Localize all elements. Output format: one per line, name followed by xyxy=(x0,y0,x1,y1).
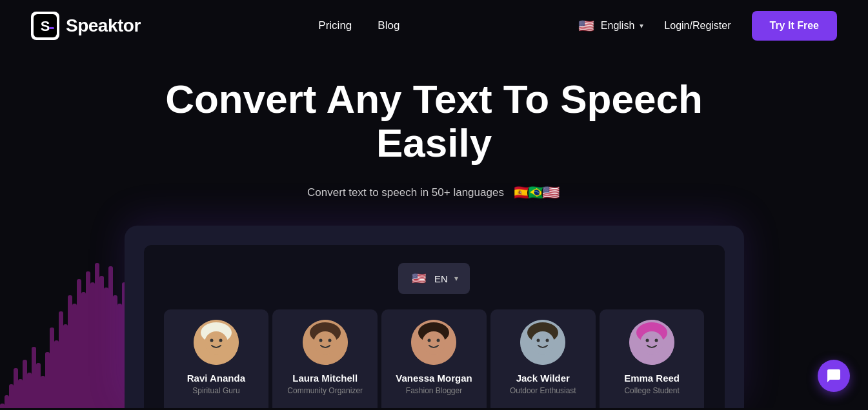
wave-bar xyxy=(45,352,50,409)
hero-section: Convert Any Text To Speech Easily Conver… xyxy=(0,52,868,408)
hero-subtitle: Convert text to speech in 50+ languages xyxy=(307,186,504,199)
app-demo-inner: 🇺🇸 EN ▾ Ravi AnandaSpiritual GuruLaura M… xyxy=(144,245,725,408)
wave-bar xyxy=(5,395,9,408)
navbar: S Speaktor Pricing Blog 🇺🇸 English ▾ Log… xyxy=(0,0,868,52)
wave-bar xyxy=(81,292,86,408)
wave-bar xyxy=(0,404,5,409)
lang-flag: 🇺🇸 xyxy=(578,17,596,35)
voice-avatar xyxy=(520,320,565,365)
app-lang-chevron-icon: ▾ xyxy=(454,274,458,283)
wave-bar xyxy=(72,304,77,409)
svg-point-22 xyxy=(546,339,549,342)
voice-name: Jack Wilder xyxy=(516,373,570,384)
voice-avatar xyxy=(411,320,456,365)
wave-bar xyxy=(90,282,95,408)
voice-name: Emma Reed xyxy=(624,373,680,384)
voice-card-ravi-ananda[interactable]: Ravi AnandaSpiritual Guru xyxy=(164,309,269,408)
voice-name: Ravi Ananda xyxy=(187,373,245,384)
svg-point-26 xyxy=(646,339,649,342)
wave-bar xyxy=(18,379,23,408)
wave-bar xyxy=(95,263,99,408)
svg-point-15 xyxy=(422,331,445,355)
wave-bar xyxy=(113,295,117,408)
blog-link[interactable]: Blog xyxy=(378,19,399,32)
svg-point-6 xyxy=(210,339,213,342)
wave-bar xyxy=(14,368,18,409)
voice-avatar xyxy=(629,320,674,365)
voice-name: Laura Mitchell xyxy=(292,373,358,384)
svg-point-7 xyxy=(219,339,222,342)
app-lang-code: EN xyxy=(434,273,448,284)
wave-bar xyxy=(77,279,81,408)
wave-bar xyxy=(27,373,32,408)
hero-title: Convert Any Text To Speech Easily xyxy=(144,77,725,165)
svg-point-25 xyxy=(640,331,663,355)
wave-bar xyxy=(54,340,59,408)
voice-cards: Ravi AnandaSpiritual GuruLaura MitchellC… xyxy=(162,309,707,408)
voice-role: Spiritual Guru xyxy=(192,386,239,395)
wave-bar xyxy=(63,324,68,408)
wave-bar xyxy=(59,311,63,408)
svg-point-17 xyxy=(437,339,440,342)
language-selector[interactable]: 🇺🇸 English ▾ xyxy=(578,17,643,35)
hero-subtitle-row: Convert text to speech in 50+ languages … xyxy=(307,183,561,202)
wave-bar xyxy=(32,347,36,408)
svg-point-16 xyxy=(428,339,431,342)
logo[interactable]: S Speaktor xyxy=(31,12,141,40)
chat-bubble-button[interactable] xyxy=(818,360,850,392)
lang-chevron-icon: ▾ xyxy=(640,21,643,30)
svg-point-11 xyxy=(319,339,322,342)
svg-point-27 xyxy=(655,339,658,342)
app-lang-dropdown[interactable]: 🇺🇸 EN ▾ xyxy=(398,263,470,294)
voice-role: Outdoor Enthusiast xyxy=(510,386,576,395)
logo-icon: S xyxy=(31,12,59,40)
wave-bar xyxy=(50,327,54,408)
nav-right: 🇺🇸 English ▾ Login/Register Try It Free xyxy=(578,11,837,41)
nav-links: Pricing Blog xyxy=(318,19,399,32)
wave-bar xyxy=(68,295,72,408)
try-it-free-button[interactable]: Try It Free xyxy=(752,11,837,41)
voice-name: Vanessa Morgan xyxy=(396,373,472,384)
svg-point-20 xyxy=(531,331,554,355)
voice-role: Fashion Blogger xyxy=(406,386,462,395)
wave-bar xyxy=(23,360,27,408)
svg-point-5 xyxy=(205,331,228,355)
wave-bar xyxy=(99,276,104,408)
voice-card-emma-reed[interactable]: Emma ReedCollege Student xyxy=(600,309,705,408)
wave-bar xyxy=(108,266,113,408)
svg-point-10 xyxy=(314,331,337,355)
voice-avatar xyxy=(303,320,348,365)
brand-s: S xyxy=(66,15,77,35)
wave-bar xyxy=(36,363,41,408)
wave-bar xyxy=(41,376,45,408)
flag-us: 🇺🇸 xyxy=(541,183,561,202)
voice-role: Community Organizer xyxy=(287,386,363,395)
svg-rect-2 xyxy=(49,27,54,29)
app-demo-wrapper: 🇺🇸 EN ▾ Ravi AnandaSpiritual GuruLaura M… xyxy=(125,226,744,408)
flag-group: 🇪🇸 🇧🇷 🇺🇸 xyxy=(513,183,561,202)
svg-point-21 xyxy=(537,339,540,342)
wave-bar xyxy=(104,288,108,409)
wave-bar xyxy=(117,304,122,409)
brand-name: Speaktor xyxy=(66,15,141,36)
voice-avatar xyxy=(194,320,239,365)
svg-point-12 xyxy=(328,339,331,342)
wave-bar xyxy=(86,271,90,409)
svg-text:S: S xyxy=(41,18,50,34)
voice-role: College Student xyxy=(624,386,679,395)
login-register-link[interactable]: Login/Register xyxy=(664,20,731,32)
app-lang-flag: 🇺🇸 xyxy=(410,269,428,288)
voice-card-vanessa-morgan[interactable]: Vanessa MorganFashion Blogger xyxy=(381,309,487,408)
voice-card-jack-wilder[interactable]: Jack WilderOutdoor Enthusiast xyxy=(490,309,596,408)
wave-bar xyxy=(9,384,14,409)
pricing-link[interactable]: Pricing xyxy=(318,19,352,32)
voice-card-laura-mitchell[interactable]: Laura MitchellCommunity Organizer xyxy=(272,309,378,408)
lang-label: English xyxy=(601,20,634,32)
